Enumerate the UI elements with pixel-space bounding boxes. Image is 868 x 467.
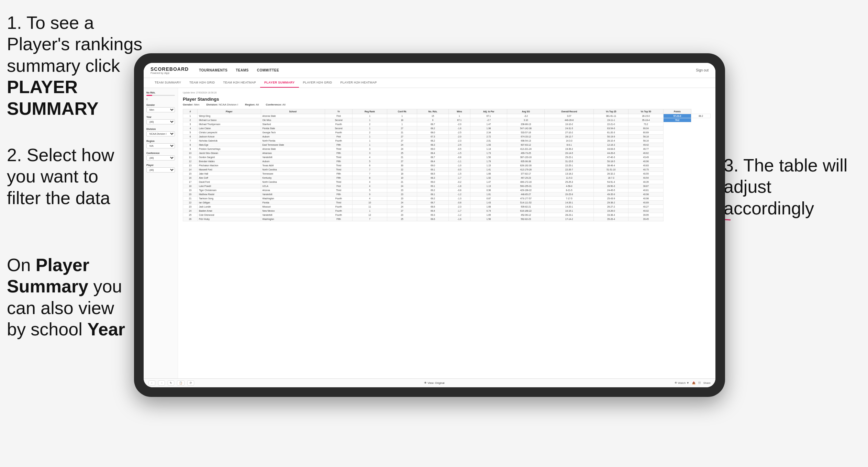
data-cell: -1.1 — [448, 159, 470, 164]
table-row[interactable]: 6Jackson KoivunAuburnFirst12767.3-2.02.7… — [183, 135, 711, 139]
table-row[interactable]: 16Alex GoffKentuckyFifth81968.3-1.71.924… — [183, 176, 711, 180]
nav-tournaments[interactable]: TOURNAMENTS — [199, 67, 227, 74]
copy-btn[interactable]: 📋 — [177, 380, 185, 386]
data-cell: 674-33-12 — [507, 135, 545, 139]
sign-out-link[interactable]: Sign out — [696, 68, 709, 72]
year-label: Year — [146, 116, 175, 118]
data-cell: 68.4 — [417, 159, 448, 164]
data-cell: 1.98 — [470, 126, 507, 131]
compare-btn[interactable]: ☷ — [698, 381, 701, 385]
table-row[interactable]: 21Taehoon SongWashingtonFourth42369.2-1.… — [183, 197, 711, 201]
col-player: Player — [197, 109, 261, 114]
sub-nav-team-h2h-grid[interactable]: TEAM H2H GRID — [185, 78, 219, 88]
table-row[interactable]: 3Michael ThorbjornsenStanfordFourth2168.… — [183, 122, 711, 126]
table-row[interactable]: 17David FordNorth CarolinaThird42169.0-0… — [183, 180, 711, 184]
data-cell: 67.1 — [448, 118, 470, 122]
data-cell: First — [325, 135, 352, 139]
data-cell: 6 — [183, 135, 198, 139]
data-cell: 1.93 — [470, 143, 507, 147]
data-cell: 2 — [183, 118, 198, 122]
clock-btn[interactable]: ⏱ — [187, 380, 194, 386]
redo-btn[interactable]: → — [158, 380, 165, 386]
data-cell: -2.7 — [470, 118, 507, 122]
player-name-cell: Cole Sherwood — [197, 213, 261, 217]
table-row[interactable]: 15Jake HallTennesseeFifth71868.5-1.51.66… — [183, 172, 711, 176]
sub-nav-team-summary[interactable]: TEAM SUMMARY — [151, 78, 185, 88]
table-row[interactable]: 1Wenyi DingArizona StateFirst1115167.1-3… — [183, 114, 711, 118]
table-row[interactable]: 14Maxwell FordNorth CarolinaThird72269.1… — [183, 168, 711, 172]
table-row[interactable]: 20Matthew RiedelVanderbiltFifth92368.1-1… — [183, 192, 711, 197]
export-btn[interactable]: 📥 — [692, 381, 695, 385]
table-row[interactable]: 9Preston SummerhaysArizona StateThird324… — [183, 147, 711, 151]
data-cell: 9 — [183, 147, 198, 151]
conference-label: Conference — [146, 152, 175, 154]
sub-nav-player-summary[interactable]: PLAYER SUMMARY — [260, 78, 299, 88]
data-cell: 1.47 — [470, 122, 507, 126]
player-name-cell: Christo Lamprecht — [197, 131, 261, 135]
sub-nav-player-h2h-grid[interactable]: PLAYER H2H GRID — [299, 78, 336, 88]
player-select[interactable]: (All) — [146, 167, 175, 173]
table-row[interactable]: 23Jack LundinMissouriFourth112468.6-2.31… — [183, 205, 711, 209]
data-cell: -1.7 — [448, 209, 470, 213]
gender-select[interactable]: Men — [146, 107, 175, 112]
table-row[interactable]: 19Tiger ChristensenArizonaThird52369.2-0… — [183, 188, 711, 192]
player-name-cell: Jackson Koivun — [197, 135, 261, 139]
reset-btn[interactable]: ↻ — [168, 380, 174, 386]
data-cell: 25 — [387, 151, 417, 155]
table-row[interactable]: 2Michael La SassoOle MissSecond118067.1-… — [183, 118, 711, 122]
data-cell: 8-6-1 — [545, 143, 594, 147]
undo-btn[interactable]: ← — [148, 380, 155, 386]
region-select[interactable]: N/A — [146, 143, 175, 148]
table-row[interactable]: 18Luke PowellUCLAFirst42469.1-1.81.13500… — [183, 184, 711, 188]
table-row[interactable]: 26Petr HrubyWashingtonFifth72568.6-1.61.… — [183, 217, 711, 221]
data-cell: 18 — [183, 184, 198, 188]
division-select[interactable]: NCAA Division I — [146, 131, 175, 136]
school-cell: Arizona — [261, 188, 325, 192]
data-cell: 69.0 — [417, 147, 448, 151]
player-name-cell: Tiger Christensen — [197, 188, 261, 192]
year-select[interactable]: (All) First Second Third Fourth Fifth — [146, 119, 175, 124]
table-row[interactable]: 24Bastien AmatNew MexicoFourth12769.4-1.… — [183, 209, 711, 213]
data-cell: 68.6 — [417, 205, 448, 209]
data-cell: 67.3 — [417, 135, 448, 139]
data-cell: 10-15-1 — [545, 209, 594, 213]
data-cell: 3 — [183, 122, 198, 126]
data-cell: -0.8 — [448, 201, 470, 205]
table-row[interactable]: 5Christo LamprechtGeorgia TechFourth2216… — [183, 131, 711, 135]
sidebar: No Rds. 0 Gender Men Year — [144, 88, 178, 378]
table-row[interactable]: 10Jacob Stev-StewanArkansasFifth32568.4-… — [183, 151, 711, 155]
table-row[interactable]: 13Phichaksn MaichonTexas A&MThird63069.0… — [183, 164, 711, 168]
table-row[interactable]: 25Cole SherwoodVanderbiltFourth122369.3-… — [183, 213, 711, 217]
share-btn[interactable]: Share — [703, 381, 711, 385]
watch-btn[interactable]: 👁 Watch ▼ — [675, 381, 689, 385]
data-cell: Fourth — [325, 131, 352, 135]
nav-teams[interactable]: TEAMS — [236, 67, 249, 74]
data-cell: 23 — [183, 205, 198, 209]
data-cell: -0.8 — [448, 155, 470, 159]
table-row[interactable]: 11Gordon SargentVanderbiltThird42168.7-0… — [183, 155, 711, 159]
data-cell: 412-179-28 — [507, 168, 545, 172]
data-cell: 46.62 — [628, 151, 663, 155]
sub-nav-team-h2h-heatmap[interactable]: TEAM H2H HEATMAP — [219, 78, 260, 88]
data-cell: 35-26-4 — [594, 217, 628, 221]
data-cell: Fifth — [325, 143, 352, 147]
data-cell: 68.7 — [417, 122, 448, 126]
table-row[interactable]: 4Luke ClatonFlorida StateSecond12768.2-1… — [183, 126, 711, 131]
data-cell: -2.3 — [448, 139, 470, 143]
data-cell: 40.69 — [628, 201, 663, 205]
header-right: Sign out — [696, 68, 709, 72]
data-cell: 1.61 — [470, 192, 507, 197]
data-cell: 68.3 — [417, 176, 448, 180]
nav-committee[interactable]: COMMITTEE — [257, 67, 279, 74]
data-cell: 473-177-57 — [507, 197, 545, 201]
table-row[interactable]: 7Nicholas GabrelcikNorth FloridaFourth12… — [183, 139, 711, 143]
table-row[interactable]: 22Ian GilliganFloridaThird102468.7-0.81.… — [183, 201, 711, 205]
data-cell: 452-96-12 — [507, 213, 545, 217]
sub-nav-player-h2h-heatmap[interactable]: PLAYER H2H HEATMAP — [336, 78, 381, 88]
data-cell: -1.0 — [448, 164, 470, 168]
data-cell: 1.79 — [470, 159, 507, 164]
conference-select[interactable]: (All) — [146, 155, 175, 160]
year-section: Year (All) First Second Third Fourth Fif… — [146, 116, 175, 124]
table-row[interactable]: 8Mats EgeEast Tennessee StateFifth12468.… — [183, 143, 711, 147]
table-row[interactable]: 12Brendan ValdesAuburnFifth52768.4-1.11.… — [183, 159, 711, 164]
